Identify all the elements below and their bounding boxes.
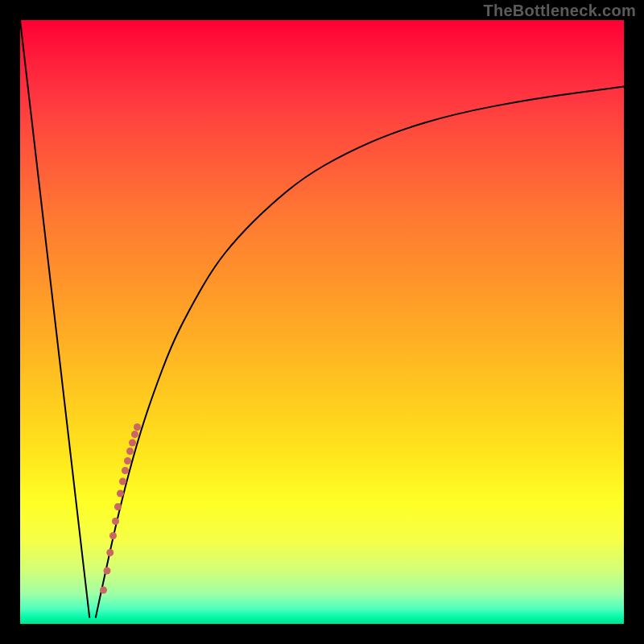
red-dot bbox=[100, 587, 107, 594]
red-dot bbox=[104, 568, 111, 575]
plot-area bbox=[20, 20, 624, 624]
chart-svg bbox=[20, 20, 624, 624]
red-dot bbox=[126, 448, 134, 455]
red-dot bbox=[124, 457, 131, 464]
watermark-label: TheBottleneck.com bbox=[483, 2, 636, 20]
red-dot bbox=[134, 423, 141, 431]
red-dot bbox=[131, 431, 138, 438]
chart-outer-frame: TheBottleneck.com bbox=[0, 0, 644, 644]
red-dot bbox=[122, 467, 129, 474]
red-dot bbox=[117, 490, 124, 497]
red-dot bbox=[112, 518, 119, 525]
left-slope-path bbox=[20, 20, 89, 618]
red-dot-segment bbox=[100, 423, 141, 594]
red-dot bbox=[129, 440, 136, 447]
red-dot bbox=[119, 478, 126, 485]
red-dot bbox=[109, 532, 117, 539]
red-dot bbox=[106, 549, 114, 556]
right-curve-path bbox=[96, 87, 624, 618]
red-dot bbox=[114, 503, 122, 510]
